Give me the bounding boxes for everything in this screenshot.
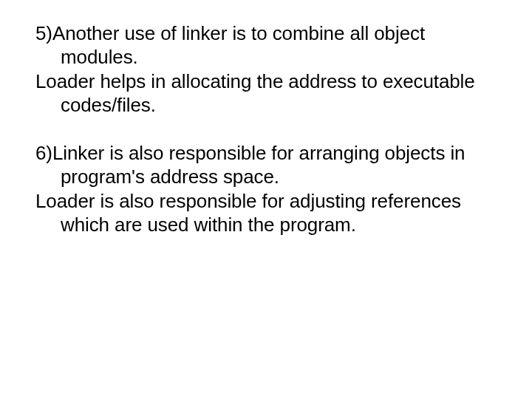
slide-content: 5)Another use of linker is to combine al… xyxy=(0,0,532,399)
point-5-loader: Loader helps in allocating the address t… xyxy=(35,70,497,117)
point-5-linker: 5)Another use of linker is to combine al… xyxy=(35,22,497,69)
point-6-linker: 6)Linker is also responsible for arrangi… xyxy=(35,142,497,188)
spacer xyxy=(35,119,497,142)
point-6-loader: Loader is also responsible for adjusting… xyxy=(35,190,497,236)
